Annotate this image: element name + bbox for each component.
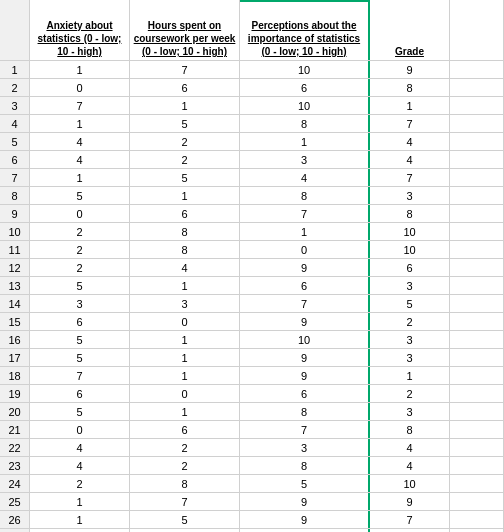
- row-number: 12: [0, 259, 30, 276]
- col-d-cell: 3: [370, 349, 450, 366]
- col-e-cell: [450, 151, 504, 168]
- col-c-cell: 9: [240, 367, 370, 384]
- col-b-cell: 1: [130, 187, 240, 204]
- col-d-cell: 3: [370, 331, 450, 348]
- row-number: 11: [0, 241, 30, 258]
- col-c-cell: 0: [240, 241, 370, 258]
- col-b-cell: 8: [130, 241, 240, 258]
- col-d-cell: 3: [370, 187, 450, 204]
- col-c-cell: 10: [240, 61, 370, 78]
- col-a-cell: 5: [30, 403, 130, 420]
- col-a-cell: 1: [30, 493, 130, 510]
- col-d-cell: 6: [370, 259, 450, 276]
- row-num-header: [0, 0, 30, 60]
- col-a-cell: 5: [30, 187, 130, 204]
- col-b-cell: 1: [130, 403, 240, 420]
- table-row: 196062: [0, 385, 504, 403]
- col-c-cell: 6: [240, 79, 370, 96]
- col-b-cell: 1: [130, 331, 240, 348]
- col-a-cell: 0: [30, 79, 130, 96]
- col-d-cell: 7: [370, 115, 450, 132]
- col-a-cell: 5: [30, 331, 130, 348]
- col-e-cell: [450, 295, 504, 312]
- col-c-cell: 10: [240, 331, 370, 348]
- col-c-cell: 8: [240, 115, 370, 132]
- col-b-cell: 2: [130, 133, 240, 150]
- col-a-cell: 2: [30, 241, 130, 258]
- col-a-cell: 1: [30, 511, 130, 528]
- col-c-cell: 5: [240, 475, 370, 492]
- table-row: 143375: [0, 295, 504, 313]
- col-c-cell: 3: [240, 439, 370, 456]
- col-b-cell: 4: [130, 259, 240, 276]
- col-a-cell: 1: [30, 115, 130, 132]
- spreadsheet: Anxiety about statistics (0 - low; 10 - …: [0, 0, 504, 532]
- table-row: 251799: [0, 493, 504, 511]
- col-e-cell: [450, 475, 504, 492]
- col-d-cell: 2: [370, 313, 450, 330]
- col-a-cell: 3: [30, 295, 130, 312]
- col-e-cell: [450, 457, 504, 474]
- table-row: 85183: [0, 187, 504, 205]
- col-a-cell: 6: [30, 385, 130, 402]
- row-number: 14: [0, 295, 30, 312]
- col-d-cell: 4: [370, 151, 450, 168]
- col-a-cell: 7: [30, 367, 130, 384]
- row-number: 19: [0, 385, 30, 402]
- col-b-cell: 7: [130, 493, 240, 510]
- col-d-cell: 10: [370, 223, 450, 240]
- col-e-cell: [450, 241, 504, 258]
- col-c-cell: 9: [240, 313, 370, 330]
- col-d-cell: 5: [370, 295, 450, 312]
- col-d-cell: 4: [370, 133, 450, 150]
- col-e-cell: [450, 115, 504, 132]
- col-d-cell: 8: [370, 205, 450, 222]
- col-d-cell: 1: [370, 97, 450, 114]
- row-number: 24: [0, 475, 30, 492]
- col-c-cell: 6: [240, 277, 370, 294]
- col-b-cell: 8: [130, 223, 240, 240]
- col-b-cell: 7: [130, 61, 240, 78]
- col-b-cell: 1: [130, 97, 240, 114]
- col-e-cell: [450, 439, 504, 456]
- col-e-cell: [450, 223, 504, 240]
- row-number: 1: [0, 61, 30, 78]
- table-row: 64234: [0, 151, 504, 169]
- row-number: 22: [0, 439, 30, 456]
- table-row: 117109: [0, 61, 504, 79]
- col-d-cell: 10: [370, 241, 450, 258]
- col-a-cell: 4: [30, 439, 130, 456]
- data-rows: 1171092066837110141587542146423471547851…: [0, 61, 504, 532]
- col-a-cell: 0: [30, 205, 130, 222]
- col-d-header: Grade: [370, 0, 450, 60]
- col-d-cell: 4: [370, 439, 450, 456]
- col-a-cell: 2: [30, 223, 130, 240]
- col-e-cell: [450, 367, 504, 384]
- row-number: 10: [0, 223, 30, 240]
- row-number: 15: [0, 313, 30, 330]
- col-d-cell: 4: [370, 457, 450, 474]
- col-e-cell: [450, 259, 504, 276]
- col-c-cell: 10: [240, 97, 370, 114]
- col-a-cell: 7: [30, 97, 130, 114]
- col-e-cell: [450, 133, 504, 150]
- col-c-cell: 9: [240, 493, 370, 510]
- col-c-cell: 4: [240, 169, 370, 186]
- row-number: 26: [0, 511, 30, 528]
- col-e-cell: [450, 79, 504, 96]
- col-d-cell: 3: [370, 277, 450, 294]
- col-a-cell: 2: [30, 259, 130, 276]
- table-row: 20668: [0, 79, 504, 97]
- table-row: 371101: [0, 97, 504, 115]
- col-d-cell: 3: [370, 403, 450, 420]
- col-d-cell: 7: [370, 169, 450, 186]
- col-a-header: Anxiety about statistics (0 - low; 10 - …: [30, 0, 130, 60]
- row-number: 23: [0, 457, 30, 474]
- col-b-cell: 1: [130, 349, 240, 366]
- table-row: 54214: [0, 133, 504, 151]
- col-c-cell: 9: [240, 511, 370, 528]
- table-row: 175193: [0, 349, 504, 367]
- col-b-cell: 2: [130, 439, 240, 456]
- col-a-cell: 6: [30, 313, 130, 330]
- col-c-header: Perceptions about the importance of stat…: [240, 0, 370, 60]
